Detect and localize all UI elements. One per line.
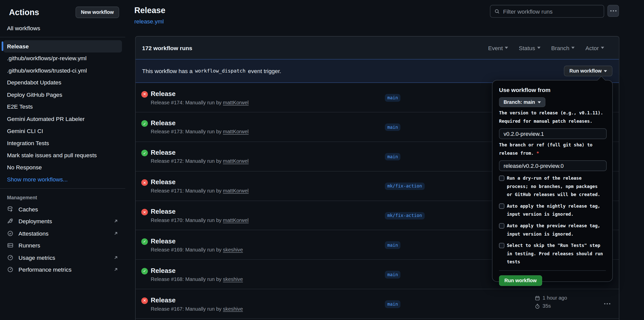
checkbox[interactable]: [499, 204, 504, 209]
sidebar-item-management[interactable]: Usage metrics: [3, 251, 122, 264]
run-status-icon: ✓: [141, 150, 148, 156]
actor-link[interactable]: mattKorwel: [223, 158, 249, 164]
sidebar-item-all-workflows[interactable]: All workflows: [3, 22, 122, 34]
popover-title: Use workflow from: [499, 87, 606, 93]
sidebar-item-workflow[interactable]: Dependabot Updates: [3, 77, 122, 89]
run-title-link[interactable]: Release: [151, 149, 176, 156]
new-workflow-button[interactable]: New workflow: [76, 7, 119, 18]
filter-label: Status: [519, 45, 535, 51]
sidebar-item-workflow[interactable]: .github/workflows/trusted-ci.yml: [3, 65, 122, 77]
branch-chip[interactable]: main: [385, 94, 401, 102]
sidebar-item-label: Deployments: [18, 218, 52, 225]
banner-code: workflow_dispatch: [195, 68, 245, 74]
sidebar-item-management[interactable]: Performance metrics: [3, 264, 122, 276]
branch-chip[interactable]: main: [385, 241, 401, 249]
management-section-label: Management: [0, 191, 125, 203]
branch-chip[interactable]: mk/fix-action: [385, 212, 425, 219]
sidebar-item-workflow[interactable]: Mark stale issues and pull requests: [3, 149, 122, 161]
actor-link[interactable]: skeshive: [223, 306, 243, 312]
sidebar-item-workflow[interactable]: Release: [3, 40, 122, 52]
actor-link[interactable]: mattKorwel: [223, 188, 249, 194]
branch-chip[interactable]: main: [385, 153, 401, 161]
run-meta: 1 hour ago 35s: [535, 289, 609, 318]
runs-filter-dropdown[interactable]: Event: [488, 45, 508, 51]
actor-link[interactable]: skeshive: [223, 276, 243, 282]
popover-footer: Run workflow: [499, 270, 606, 286]
sidebar-item-workflow[interactable]: Gemini Automated PR Labeler: [3, 113, 122, 125]
runs-filter-dropdown[interactable]: Actor: [585, 45, 604, 51]
sidebar-item-workflow[interactable]: .github/workflows/pr-review.yml: [3, 52, 122, 65]
run-workflow-popover: Use workflow from Branch: main The versi…: [492, 80, 613, 282]
sidebar-item-label: Gemini CLI CI: [7, 128, 43, 134]
run-workflow-dropdown-button[interactable]: Run workflow: [564, 66, 612, 76]
actions-page: Actions New workflow All workflows Relea…: [0, 0, 644, 320]
actor-link[interactable]: mattKorwel: [223, 217, 249, 223]
checkbox-label[interactable]: Auto apply the preview release tag, inpu…: [507, 222, 605, 238]
run-status-icon: ✕: [141, 209, 148, 215]
run-subtitle: Release #167: Manually run by skeshive: [151, 306, 243, 312]
sidebar-item-management[interactable]: Caches: [3, 203, 122, 215]
run-workflow-submit-button[interactable]: Run workflow: [499, 275, 542, 286]
sidebar-item-workflow[interactable]: No Response: [3, 161, 122, 173]
branch-chip[interactable]: main: [385, 300, 401, 308]
sidebar-item-workflow[interactable]: Deploy GitHub Pages: [3, 89, 122, 101]
branch-chip[interactable]: main: [385, 123, 401, 131]
sidebar-item-workflow[interactable]: Integration Tests: [3, 137, 122, 149]
checkbox[interactable]: [499, 176, 504, 181]
version-input[interactable]: [499, 129, 606, 139]
run-title-link[interactable]: Release: [151, 238, 176, 245]
page-kebab-menu-button[interactable]: [607, 5, 619, 17]
checkbox[interactable]: [499, 243, 504, 248]
filter-workflow-runs-input[interactable]: [503, 8, 600, 15]
runs-filters: Event Status Branch Actor: [488, 45, 612, 51]
run-title-link[interactable]: Release: [151, 119, 176, 127]
required-asterisk: *: [536, 151, 539, 156]
actor-link[interactable]: skeshive: [223, 247, 243, 253]
kebab-icon: [604, 303, 605, 304]
run-title-link[interactable]: Release: [151, 297, 176, 304]
sidebar-item-label: .github/workflows/pr-review.yml: [7, 55, 87, 62]
run-title-link[interactable]: Release: [151, 179, 176, 186]
checkbox-label[interactable]: Auto apply the nightly release tag, inpu…: [507, 202, 605, 219]
run-title-link[interactable]: Release: [151, 267, 176, 274]
sidebar-item-workflow[interactable]: E2E Tests: [3, 101, 122, 113]
checkbox[interactable]: [499, 223, 504, 229]
runs-filter-dropdown[interactable]: Status: [519, 45, 541, 51]
sidebar: Actions New workflow All workflows Relea…: [0, 0, 125, 320]
run-status-icon: ✓: [141, 238, 148, 245]
run-time: 1 hour ago: [543, 295, 567, 301]
run-kebab-menu-button[interactable]: [602, 300, 612, 307]
actor-link[interactable]: mattKorwel: [223, 100, 249, 105]
run-title-link[interactable]: Release: [151, 208, 176, 215]
checkbox-label[interactable]: Run a dry-run of the release process; no…: [507, 174, 605, 199]
chevron-down-icon: [571, 47, 575, 49]
run-status-icon: ✕: [141, 91, 148, 98]
sidebar-item-label: Show more workflows...: [7, 176, 68, 183]
sidebar-item-management[interactable]: Runners: [3, 239, 122, 251]
verified-badge-icon: [7, 230, 14, 237]
sidebar-item-label: E2E Tests: [7, 104, 33, 110]
checkbox-label[interactable]: Select to skip the "Run Tests" step in t…: [507, 242, 605, 266]
branch-chip[interactable]: mk/fix-action: [385, 182, 425, 190]
sidebar-item-management[interactable]: Deployments: [3, 215, 122, 227]
run-subtitle: Release #170: Manually run by mattKorwel: [151, 217, 249, 223]
sidebar-item-workflow[interactable]: Show more workflows...: [3, 173, 122, 185]
sidebar-item-label: Caches: [18, 206, 38, 212]
workflow-run-row[interactable]: ✕ Release Release #167: Manually run by …: [135, 289, 619, 319]
branch-chip[interactable]: main: [385, 271, 401, 278]
sidebar-item-label: .github/workflows/trusted-ci.yml: [7, 67, 87, 74]
workflow-file-link[interactable]: release.yml: [134, 18, 164, 25]
popover-checkboxes: Run a dry-run of the release process; no…: [499, 174, 606, 266]
search-icon: [494, 8, 500, 14]
runs-filter-dropdown[interactable]: Branch: [551, 45, 575, 51]
filter-label: Actor: [585, 45, 599, 51]
run-title-link[interactable]: Release: [151, 90, 176, 97]
chevron-down-icon: [505, 47, 508, 49]
branch-select-button[interactable]: Branch: main: [499, 97, 545, 107]
ref-input[interactable]: [499, 161, 606, 171]
sidebar-item-management[interactable]: Attestations: [3, 227, 122, 239]
actor-link[interactable]: mattKorwel: [223, 129, 249, 135]
sidebar-item-label: Release: [7, 43, 29, 50]
sidebar-item-workflow[interactable]: Gemini CLI CI: [3, 125, 122, 137]
sidebar-title: Actions: [9, 8, 39, 17]
